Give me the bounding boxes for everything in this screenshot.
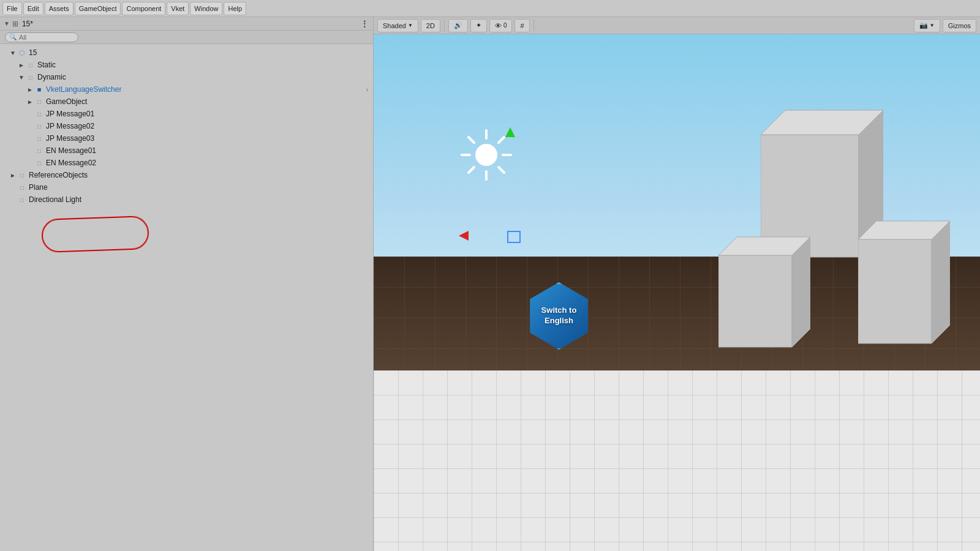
shading-label: Shaded bbox=[383, 22, 406, 29]
camera-button[interactable]: 📷 ▼ bbox=[914, 19, 940, 32]
shading-chevron-icon: ▼ bbox=[408, 23, 413, 28]
scene-view[interactable]: Switch to English bbox=[374, 34, 980, 551]
2d-label: 2D bbox=[426, 22, 435, 29]
visibility-button[interactable]: 👁 0 bbox=[489, 19, 513, 32]
tree-item-jp3[interactable]: ► □ JP Message03 bbox=[0, 132, 373, 144]
2d-mode-button[interactable]: 2D bbox=[421, 19, 440, 32]
node-label-dirlight: Directional Light bbox=[29, 195, 81, 204]
gizmos-button[interactable]: Gizmos bbox=[943, 19, 976, 32]
node-label-refobj: ReferenceObjects bbox=[29, 171, 88, 179]
scene-icon: ⬡ bbox=[17, 48, 27, 58]
tree-item-gameobj[interactable]: ► □ GameObject bbox=[0, 96, 373, 108]
gizmos-label: Gizmos bbox=[948, 22, 971, 29]
effects-button[interactable]: ✦ bbox=[470, 19, 487, 32]
component-menu[interactable]: Component bbox=[122, 2, 165, 15]
node-label-plane: Plane bbox=[29, 183, 48, 192]
tree-item-plane[interactable]: ► □ Plane bbox=[0, 181, 373, 193]
vket-menu[interactable]: Vket bbox=[167, 2, 189, 15]
cube-medium-left bbox=[718, 231, 810, 353]
node-label-vket: VketLanguageSwitcher bbox=[46, 85, 121, 94]
main-area: ▼ ⊞ 15* ⋮ 🔍 All ▼ ⬡ 15 bbox=[0, 17, 980, 551]
svg-line-6 bbox=[499, 137, 504, 143]
switch-btn-line1: Switch to bbox=[541, 305, 577, 315]
tree-item-scene15[interactable]: ▼ ⬡ 15 bbox=[0, 47, 373, 59]
scene-panel: Shaded ▼ 2D 🔊 ✦ 👁 0 # 📷 bbox=[374, 17, 980, 551]
node-label-en1: EN Message01 bbox=[46, 146, 96, 155]
expand-icon-scene15: ▼ bbox=[9, 50, 17, 56]
tree-item-en1[interactable]: ► □ EN Message01 bbox=[0, 144, 373, 157]
switch-btn-text: Switch to English bbox=[541, 305, 577, 326]
node-label-jp2: JP Message02 bbox=[46, 122, 94, 130]
shading-dropdown[interactable]: Shaded ▼ bbox=[377, 19, 418, 32]
expand-icon-gameobj: ► bbox=[26, 99, 34, 105]
tree-item-jp1[interactable]: ► □ JP Message01 bbox=[0, 108, 373, 120]
toolbar-divider-1 bbox=[444, 20, 445, 32]
tree-item-vket[interactable]: ► ■ VketLanguageSwitcher › bbox=[0, 83, 373, 96]
tree-item-jp2[interactable]: ► □ JP Message02 bbox=[0, 120, 373, 132]
search-placeholder: All bbox=[19, 34, 26, 41]
selection-box bbox=[507, 231, 521, 243]
camera-icon: 📷 bbox=[919, 21, 928, 29]
hierarchy-tree: ▼ ⬡ 15 ► □ Static ▼ □ Dynamic bbox=[0, 44, 373, 551]
expand-icon-refobj: ► bbox=[9, 172, 17, 179]
svg-marker-12 bbox=[718, 255, 792, 347]
tree-item-dirlight[interactable]: ► □ Directional Light bbox=[0, 193, 373, 206]
search-icon: 🔍 bbox=[9, 34, 17, 40]
node-label-static: Static bbox=[37, 61, 56, 69]
window-menu[interactable]: Window bbox=[190, 2, 222, 15]
eye-icon: 👁 bbox=[495, 22, 502, 29]
speaker-icon: 🔊 bbox=[454, 21, 462, 29]
gameobj-icon-en1: □ bbox=[34, 146, 44, 156]
node-label-jp3: JP Message03 bbox=[46, 134, 94, 143]
grid-icon: # bbox=[520, 22, 524, 29]
node-label-dynamic: Dynamic bbox=[37, 73, 66, 81]
gameobj-icon-jp2: □ bbox=[34, 121, 44, 131]
gameobj-icon-jp1: □ bbox=[34, 109, 44, 119]
grid-button[interactable]: # bbox=[514, 19, 529, 32]
gameobj-icon-en2: □ bbox=[34, 158, 44, 168]
hierarchy-search-box[interactable]: 🔍 All bbox=[5, 32, 78, 42]
svg-marker-15 bbox=[858, 239, 932, 343]
hierarchy-collapse-arrow[interactable]: ▼ bbox=[4, 20, 10, 27]
scene-toolbar: Shaded ▼ 2D 🔊 ✦ 👁 0 # 📷 bbox=[374, 17, 980, 34]
assets-menu[interactable]: Assets bbox=[45, 2, 74, 15]
edit-menu[interactable]: Edit bbox=[23, 2, 43, 15]
gameobject-menu[interactable]: GameObject bbox=[75, 2, 121, 15]
tree-item-dynamic[interactable]: ▼ □ Dynamic bbox=[0, 71, 373, 83]
node-label-jp1: JP Message01 bbox=[46, 110, 94, 118]
node-label-en2: EN Message02 bbox=[46, 159, 96, 167]
tree-item-static[interactable]: ► □ Static bbox=[0, 59, 373, 71]
help-menu[interactable]: Help bbox=[224, 2, 246, 15]
gameobj-icon-plane: □ bbox=[17, 182, 27, 192]
gameobj-icon-refobj: □ bbox=[17, 170, 27, 180]
node-label-scene15: 15 bbox=[29, 48, 37, 57]
component-icon-vket: ■ bbox=[34, 84, 44, 94]
vket-nav-arrow: › bbox=[366, 86, 368, 93]
effects-icon: ✦ bbox=[476, 21, 481, 29]
gameobj-icon-go: □ bbox=[34, 97, 44, 107]
tree-item-refobj[interactable]: ► □ ReferenceObjects bbox=[0, 169, 373, 181]
svg-marker-14 bbox=[792, 237, 810, 347]
hierarchy-panel: ▼ ⊞ 15* ⋮ 🔍 All ▼ ⬡ 15 bbox=[0, 17, 374, 551]
file-menu[interactable]: File bbox=[2, 2, 22, 15]
hierarchy-title-bar: ▼ ⊞ 15* ⋮ bbox=[0, 17, 373, 31]
toolbar-divider-2 bbox=[533, 20, 534, 32]
hierarchy-search-bar: 🔍 All bbox=[0, 31, 373, 44]
gameobj-icon-jp3: □ bbox=[34, 133, 44, 143]
switch-btn-line2: English bbox=[545, 316, 573, 325]
top-toolbar[interactable]: File Edit Assets GameObject Component Vk… bbox=[0, 0, 980, 17]
audio-button[interactable]: 🔊 bbox=[448, 19, 468, 32]
gameobj-icon-dynamic: □ bbox=[26, 72, 36, 82]
svg-line-4 bbox=[469, 137, 474, 143]
hierarchy-menu-button[interactable]: ⋮ bbox=[360, 19, 369, 29]
light-icon-dirlight: □ bbox=[17, 195, 27, 204]
camera-chevron-icon: ▼ bbox=[930, 23, 935, 28]
gameobj-icon-static: □ bbox=[26, 60, 36, 70]
scene-name-label: 15* bbox=[22, 20, 33, 28]
visibility-count: 0 bbox=[503, 22, 507, 29]
green-arrow-icon bbox=[505, 127, 515, 137]
svg-line-5 bbox=[499, 167, 504, 173]
tree-item-en2[interactable]: ► □ EN Message02 bbox=[0, 157, 373, 169]
switch-to-english-button[interactable]: Switch to English bbox=[526, 282, 593, 350]
svg-marker-17 bbox=[932, 221, 950, 343]
